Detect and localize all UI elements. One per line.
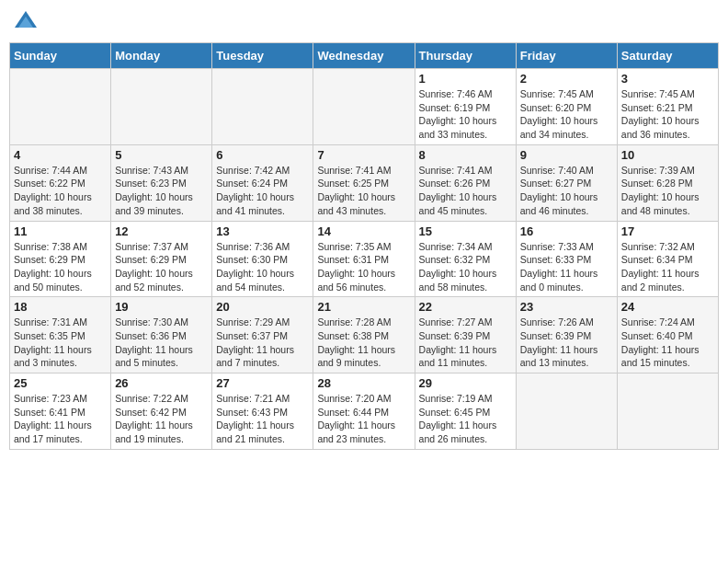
calendar-cell: 28Sunrise: 7:20 AM Sunset: 6:44 PM Dayli… (313, 373, 415, 450)
day-number: 8 (419, 148, 512, 162)
day-info: Sunrise: 7:27 AM Sunset: 6:39 PM Dayligh… (419, 316, 512, 370)
calendar-cell: 6Sunrise: 7:42 AM Sunset: 6:24 PM Daylig… (212, 144, 313, 221)
day-info: Sunrise: 7:30 AM Sunset: 6:36 PM Dayligh… (115, 316, 208, 370)
calendar-cell: 15Sunrise: 7:34 AM Sunset: 6:32 PM Dayli… (415, 221, 516, 297)
day-number: 13 (216, 224, 309, 238)
day-number: 29 (419, 376, 512, 390)
day-info: Sunrise: 7:39 AM Sunset: 6:28 PM Dayligh… (621, 164, 714, 218)
header-row: SundayMondayTuesdayWednesdayThursdayFrid… (10, 43, 719, 69)
day-info: Sunrise: 7:37 AM Sunset: 6:29 PM Dayligh… (115, 240, 208, 294)
day-number: 22 (419, 300, 512, 314)
calendar-cell: 9Sunrise: 7:40 AM Sunset: 6:27 PM Daylig… (516, 144, 617, 221)
calendar-cell: 17Sunrise: 7:32 AM Sunset: 6:34 PM Dayli… (617, 221, 718, 297)
calendar-cell: 18Sunrise: 7:31 AM Sunset: 6:35 PM Dayli… (10, 297, 111, 373)
calendar-cell (516, 373, 617, 450)
week-row: 18Sunrise: 7:31 AM Sunset: 6:35 PM Dayli… (10, 297, 719, 373)
day-info: Sunrise: 7:35 AM Sunset: 6:31 PM Dayligh… (317, 240, 410, 294)
calendar-cell (111, 69, 212, 145)
day-number: 14 (317, 224, 410, 238)
day-info: Sunrise: 7:26 AM Sunset: 6:39 PM Dayligh… (520, 316, 613, 370)
calendar-cell: 26Sunrise: 7:22 AM Sunset: 6:42 PM Dayli… (111, 373, 212, 450)
calendar-cell: 21Sunrise: 7:28 AM Sunset: 6:38 PM Dayli… (313, 297, 415, 373)
calendar-cell: 29Sunrise: 7:19 AM Sunset: 6:45 PM Dayli… (415, 373, 516, 450)
day-number: 16 (520, 224, 613, 238)
day-number: 17 (621, 224, 714, 238)
calendar-cell: 14Sunrise: 7:35 AM Sunset: 6:31 PM Dayli… (313, 221, 415, 297)
calendar-cell: 22Sunrise: 7:27 AM Sunset: 6:39 PM Dayli… (415, 297, 516, 373)
day-number: 2 (520, 72, 613, 86)
calendar-cell (212, 69, 313, 145)
day-number: 28 (317, 376, 410, 390)
week-row: 25Sunrise: 7:23 AM Sunset: 6:41 PM Dayli… (10, 373, 719, 450)
day-info: Sunrise: 7:24 AM Sunset: 6:40 PM Dayligh… (621, 316, 714, 370)
calendar-cell: 5Sunrise: 7:43 AM Sunset: 6:23 PM Daylig… (111, 144, 212, 221)
day-number: 27 (216, 376, 309, 390)
day-info: Sunrise: 7:31 AM Sunset: 6:35 PM Dayligh… (14, 316, 107, 370)
logo-icon (13, 9, 39, 35)
day-number: 24 (621, 300, 714, 314)
calendar-cell: 24Sunrise: 7:24 AM Sunset: 6:40 PM Dayli… (617, 297, 718, 373)
day-info: Sunrise: 7:29 AM Sunset: 6:37 PM Dayligh… (216, 316, 309, 370)
day-number: 26 (115, 376, 208, 390)
weekday-header: Monday (111, 43, 212, 69)
day-number: 25 (14, 376, 107, 390)
calendar-table: SundayMondayTuesdayWednesdayThursdayFrid… (9, 42, 719, 450)
day-number: 18 (14, 300, 107, 314)
weekday-header: Sunday (10, 43, 111, 69)
day-number: 9 (520, 148, 613, 162)
calendar-cell: 4Sunrise: 7:44 AM Sunset: 6:22 PM Daylig… (10, 144, 111, 221)
calendar-cell: 10Sunrise: 7:39 AM Sunset: 6:28 PM Dayli… (617, 144, 718, 221)
calendar-cell: 13Sunrise: 7:36 AM Sunset: 6:30 PM Dayli… (212, 221, 313, 297)
day-info: Sunrise: 7:44 AM Sunset: 6:22 PM Dayligh… (14, 164, 107, 218)
day-info: Sunrise: 7:32 AM Sunset: 6:34 PM Dayligh… (621, 240, 714, 294)
week-row: 1Sunrise: 7:46 AM Sunset: 6:19 PM Daylig… (10, 69, 719, 145)
weekday-header: Saturday (617, 43, 718, 69)
day-number: 19 (115, 300, 208, 314)
weekday-header: Tuesday (212, 43, 313, 69)
calendar-cell: 12Sunrise: 7:37 AM Sunset: 6:29 PM Dayli… (111, 221, 212, 297)
day-info: Sunrise: 7:42 AM Sunset: 6:24 PM Dayligh… (216, 164, 309, 218)
day-info: Sunrise: 7:20 AM Sunset: 6:44 PM Dayligh… (317, 392, 410, 446)
weekday-header: Friday (516, 43, 617, 69)
day-info: Sunrise: 7:41 AM Sunset: 6:26 PM Dayligh… (419, 164, 512, 218)
day-info: Sunrise: 7:38 AM Sunset: 6:29 PM Dayligh… (14, 240, 107, 294)
calendar-cell: 25Sunrise: 7:23 AM Sunset: 6:41 PM Dayli… (10, 373, 111, 450)
day-info: Sunrise: 7:34 AM Sunset: 6:32 PM Dayligh… (419, 240, 512, 294)
day-number: 21 (317, 300, 410, 314)
week-row: 4Sunrise: 7:44 AM Sunset: 6:22 PM Daylig… (10, 144, 719, 221)
day-number: 3 (621, 72, 714, 86)
calendar-cell (313, 69, 415, 145)
day-info: Sunrise: 7:33 AM Sunset: 6:33 PM Dayligh… (520, 240, 613, 294)
page-header (9, 9, 719, 35)
day-number: 1 (419, 72, 512, 86)
calendar-cell: 8Sunrise: 7:41 AM Sunset: 6:26 PM Daylig… (415, 144, 516, 221)
week-row: 11Sunrise: 7:38 AM Sunset: 6:29 PM Dayli… (10, 221, 719, 297)
day-info: Sunrise: 7:43 AM Sunset: 6:23 PM Dayligh… (115, 164, 208, 218)
day-info: Sunrise: 7:36 AM Sunset: 6:30 PM Dayligh… (216, 240, 309, 294)
day-number: 5 (115, 148, 208, 162)
day-number: 15 (419, 224, 512, 238)
calendar-cell: 19Sunrise: 7:30 AM Sunset: 6:36 PM Dayli… (111, 297, 212, 373)
day-info: Sunrise: 7:45 AM Sunset: 6:20 PM Dayligh… (520, 87, 613, 142)
calendar-cell: 7Sunrise: 7:41 AM Sunset: 6:25 PM Daylig… (313, 144, 415, 221)
calendar-cell: 2Sunrise: 7:45 AM Sunset: 6:20 PM Daylig… (516, 69, 617, 145)
calendar-cell (10, 69, 111, 145)
day-info: Sunrise: 7:46 AM Sunset: 6:19 PM Dayligh… (419, 87, 512, 142)
calendar-cell: 23Sunrise: 7:26 AM Sunset: 6:39 PM Dayli… (516, 297, 617, 373)
calendar-cell: 20Sunrise: 7:29 AM Sunset: 6:37 PM Dayli… (212, 297, 313, 373)
day-number: 10 (621, 148, 714, 162)
calendar-cell: 27Sunrise: 7:21 AM Sunset: 6:43 PM Dayli… (212, 373, 313, 450)
logo (13, 9, 42, 35)
calendar-cell: 3Sunrise: 7:45 AM Sunset: 6:21 PM Daylig… (617, 69, 718, 145)
day-info: Sunrise: 7:22 AM Sunset: 6:42 PM Dayligh… (115, 392, 208, 446)
calendar-cell: 11Sunrise: 7:38 AM Sunset: 6:29 PM Dayli… (10, 221, 111, 297)
calendar-cell: 16Sunrise: 7:33 AM Sunset: 6:33 PM Dayli… (516, 221, 617, 297)
calendar-cell: 1Sunrise: 7:46 AM Sunset: 6:19 PM Daylig… (415, 69, 516, 145)
day-info: Sunrise: 7:45 AM Sunset: 6:21 PM Dayligh… (621, 87, 714, 142)
day-info: Sunrise: 7:41 AM Sunset: 6:25 PM Dayligh… (317, 164, 410, 218)
day-number: 11 (14, 224, 107, 238)
weekday-header: Thursday (415, 43, 516, 69)
day-info: Sunrise: 7:28 AM Sunset: 6:38 PM Dayligh… (317, 316, 410, 370)
calendar-cell (617, 373, 718, 450)
day-number: 4 (14, 148, 107, 162)
